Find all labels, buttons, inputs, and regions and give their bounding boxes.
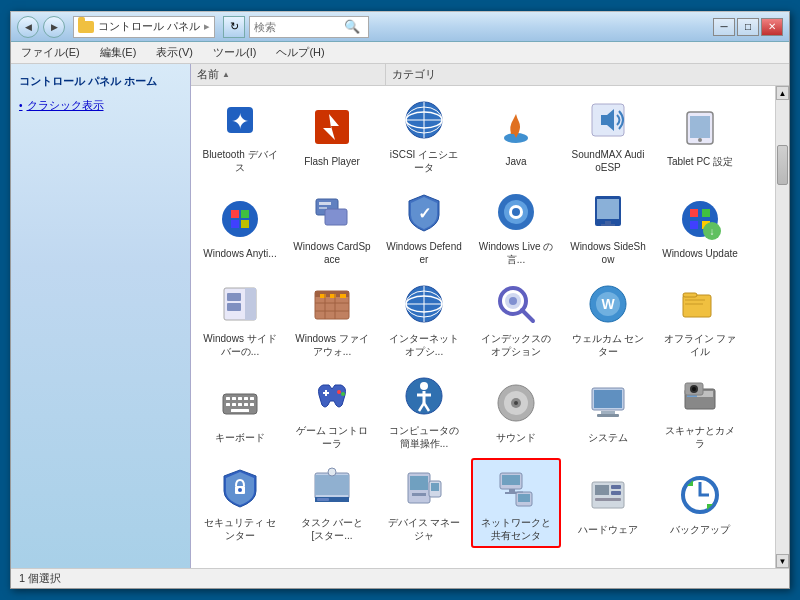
icon-program[interactable]: プログラムと (563, 550, 653, 568)
icon-java[interactable]: Java (471, 90, 561, 180)
close-button[interactable]: ✕ (761, 18, 783, 36)
icon-keyboard[interactable]: キーボード (195, 366, 285, 456)
icon-sidebar[interactable]: Windows サイドバーの... (195, 274, 285, 364)
scanner-label: スキャナとカメラ (661, 424, 739, 450)
icon-device[interactable]: デバイス マネージャ (379, 458, 469, 548)
search-input[interactable] (254, 21, 344, 33)
scroll-up[interactable]: ▲ (776, 86, 789, 100)
svg-rect-118 (502, 475, 520, 485)
menu-edit[interactable]: 編集(E) (94, 43, 143, 62)
taskbar-icon (311, 467, 353, 509)
icon-windows-anyi[interactable]: Windows Anyti... (195, 182, 285, 272)
sidebar-icon (219, 283, 261, 325)
icon-flash[interactable]: Flash Player (287, 90, 377, 180)
sideshow-icon (587, 191, 629, 233)
network-label: ネットワークと共有センタ (477, 516, 555, 542)
address-text: コントロール パネル (98, 19, 200, 34)
svg-rect-22 (319, 202, 331, 205)
svg-rect-128 (595, 498, 621, 501)
icons-container[interactable]: ✦ Bluetooth デバイス (191, 86, 775, 568)
icon-iscsi[interactable]: iSCSI イニシエータ (379, 90, 469, 180)
icon-system[interactable]: システム (563, 366, 653, 456)
scroll-down[interactable]: ▼ (776, 554, 789, 568)
icon-printer[interactable]: プリンタ (471, 550, 561, 568)
icon-windows-live[interactable]: Windows Live の言... (471, 182, 561, 272)
svg-rect-71 (232, 397, 236, 400)
svg-rect-76 (232, 403, 236, 406)
back-button[interactable]: ◀ (17, 16, 39, 38)
svg-text:W: W (601, 296, 615, 312)
minimize-button[interactable]: ─ (713, 18, 735, 36)
icon-tablet[interactable]: Tablet PC 設定 (655, 90, 745, 180)
defender-icon: ✓ (403, 191, 445, 233)
sidebar-label: Windows サイドバーの... (201, 332, 279, 358)
menu-view[interactable]: 表示(V) (150, 43, 199, 62)
icon-taskbar[interactable]: タスク バーと [スター... (287, 458, 377, 548)
icon-network[interactable]: ネットワークと共有センタ (471, 458, 561, 548)
icon-performance[interactable]: パフォーマン (195, 550, 285, 568)
iscsi-icon (403, 99, 445, 141)
scrollbar[interactable]: ▲ ▼ (775, 86, 789, 568)
refresh-button[interactable]: ↻ (223, 16, 245, 38)
svg-text:✓: ✓ (418, 205, 431, 222)
svg-rect-42 (227, 293, 241, 301)
svg-rect-67 (685, 299, 705, 301)
icon-welcome[interactable]: W ウェルカム センター (563, 274, 653, 364)
icon-offline[interactable]: オフライン ファイル (655, 274, 745, 364)
svg-rect-65 (683, 295, 711, 317)
svg-rect-82 (325, 390, 327, 396)
internet-icon (403, 283, 445, 325)
maximize-button[interactable]: □ (737, 18, 759, 36)
icon-sideshow[interactable]: Windows SideShow (563, 182, 653, 272)
icon-scanner[interactable]: スキャナとカメラ (655, 366, 745, 456)
status-text: 1 個選択 (19, 571, 61, 586)
svg-rect-73 (244, 397, 248, 400)
svg-rect-68 (685, 303, 703, 305)
icon-ease[interactable]: コンピュータの簡単操作... (379, 366, 469, 456)
icon-backup[interactable]: バックアップ (655, 458, 745, 548)
search-bar[interactable]: 🔍 (249, 16, 369, 38)
col-name[interactable]: 名前 ▲ (191, 64, 386, 85)
icon-folder-opts[interactable]: フォルダ オ (287, 550, 377, 568)
icon-bluetooth[interactable]: ✦ Bluetooth デバイス (195, 90, 285, 180)
svg-point-61 (509, 297, 517, 305)
keyboard-label: キーボード (215, 431, 265, 444)
forward-button[interactable]: ▶ (43, 16, 65, 38)
icon-index[interactable]: インデックスのオプション (471, 274, 561, 364)
icon-hardware[interactable]: ハードウェア (563, 458, 653, 548)
flash-icon (311, 106, 353, 148)
sidebar-link-classic[interactable]: • クラシック表示 (19, 97, 182, 114)
game-icon (311, 375, 353, 417)
icon-soundmax[interactable]: SoundMAX AudioESP (563, 90, 653, 180)
svg-rect-113 (410, 476, 428, 490)
icon-cardspace[interactable]: Windows CardSpace (287, 182, 377, 272)
icon-font[interactable]: A a フォント (379, 550, 469, 568)
taskbar-label: タスク バーと [スター... (293, 516, 371, 542)
icon-internet[interactable]: インターネット オプシ... (379, 274, 469, 364)
welcome-label: ウェルカム センター (569, 332, 647, 358)
icon-update[interactable]: ↓ Windows Update (655, 182, 745, 272)
menu-help[interactable]: ヘルプ(H) (270, 43, 330, 62)
tablet-icon (679, 106, 721, 148)
sort-arrow: ▲ (222, 70, 230, 79)
svg-rect-15 (222, 201, 258, 237)
icon-defender[interactable]: ✓ Windows Defender (379, 182, 469, 272)
internet-label: インターネット オプシ... (385, 332, 463, 358)
sound-label: サウンド (496, 431, 536, 444)
search-icon[interactable]: 🔍 (344, 19, 360, 34)
system-label: システム (588, 431, 628, 444)
svg-point-106 (238, 488, 242, 492)
icon-game[interactable]: ゲーム コントローラ (287, 366, 377, 456)
title-bar-left: ◀ ▶ コントロール パネル ▸ ↻ 🔍 (17, 16, 369, 38)
scroll-thumb[interactable] (777, 145, 788, 185)
icon-security[interactable]: セキュリティ センター (195, 458, 285, 548)
icon-firewall[interactable]: Windows ファイアウォ... (287, 274, 377, 364)
svg-rect-36 (690, 221, 698, 229)
address-bar[interactable]: コントロール パネル ▸ (73, 16, 215, 38)
firewall-icon (311, 283, 353, 325)
col-category[interactable]: カテゴリ (386, 64, 789, 85)
index-icon (495, 283, 537, 325)
menu-file[interactable]: ファイル(E) (15, 43, 86, 62)
menu-tools[interactable]: ツール(I) (207, 43, 262, 62)
icon-sound[interactable]: サウンド (471, 366, 561, 456)
